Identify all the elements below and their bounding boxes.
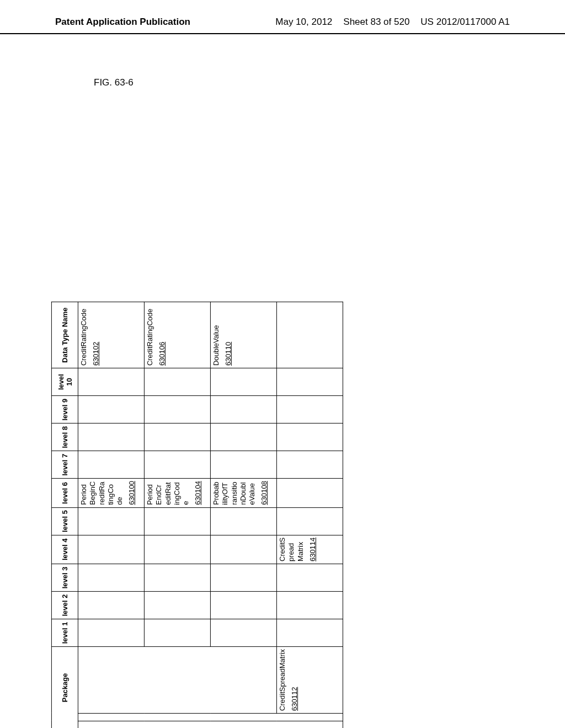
cell [276,564,343,591]
cell [78,591,144,619]
pkg-stub [78,713,343,721]
pkg-group [78,646,276,713]
col-level8: level 8 [51,424,78,451]
cell-ref: 630114 [308,538,317,561]
cell [78,424,144,451]
cell-text: PeriodBeginCreditRatingCode [79,481,124,505]
rotated-table: Package level 1 level 2 level 3 level 4 … [51,302,343,728]
cell-text: CreditRatingCode [146,309,154,366]
col-level3: level 3 [51,564,78,591]
cell [276,424,343,451]
cell [210,451,276,479]
header-date: May 10, 2012 [275,17,332,28]
cell [276,368,343,396]
cell-ref: 630108 [260,481,268,505]
cell [144,564,210,591]
cell-text: ProbabilityOfTransitionDoubleValue [212,482,256,505]
cell-ref: 630104 [194,481,202,505]
cell-text: PeriodEndCreditRatingCode [146,482,190,505]
cell-ref: 630106 [158,304,166,366]
cell-level4: CreditSpreadMatrix 630114 [276,535,343,564]
cell [78,535,144,564]
cell-level6: ProbabilityOfTransitionDoubleValue 63010… [210,479,276,507]
cell [210,591,276,619]
data-table: Package level 1 level 2 level 3 level 4 … [51,302,343,728]
header-pubno: US 2012/0117000 A1 [420,17,510,28]
cell [276,479,343,507]
cell [78,619,144,646]
cell [144,535,210,564]
cell-text: CreditRatingCode [79,309,88,366]
cell-text: DoubleValue [212,325,220,366]
col-level7: level 7 [51,451,78,479]
cell [144,507,210,535]
col-level2: level 2 [51,591,78,619]
cell-package: CreditSpreadMatrix 630112 [276,646,343,713]
cell-ref: 630112 [290,649,299,711]
table-header-row: Package level 1 level 2 level 3 level 4 … [51,302,78,728]
page-header: Patent Application Publication May 10, 2… [0,17,565,34]
cell [276,591,343,619]
col-level6: level 6 [51,479,78,507]
col-package: Package [51,646,78,728]
cell [210,368,276,396]
cell-datatype: CreditRatingCode 630106 [144,302,210,368]
cell-datatype: CreditRatingCode 630102 [78,302,144,368]
table-row: CreditSpreadMatrix 630112 CreditSpreadMa… [276,302,343,728]
cell [78,451,144,479]
cell [276,619,343,646]
col-level1: level 1 [51,619,78,646]
cell [210,424,276,451]
cell [78,564,144,591]
cell-ref: 630100 [127,481,136,505]
col-level5: level 5 [51,507,78,535]
col-level4: level 4 [51,535,78,564]
cell [210,619,276,646]
cell [144,424,210,451]
cell [144,591,210,619]
col-level9: level 9 [51,396,78,424]
cell [210,507,276,535]
header-publication: Patent Application Publication [55,17,190,28]
cell-level6: PeriodBeginCreditRatingCode 630100 [78,479,144,507]
cell-ref: 630110 [224,304,232,366]
cell [78,507,144,535]
header-sheet: Sheet 83 of 520 [343,17,409,28]
cell [144,396,210,424]
cell [144,619,210,646]
cell [276,396,343,424]
cell-datatype [276,302,343,368]
cell [78,368,144,396]
header-right-group: May 10, 2012 Sheet 83 of 520 US 2012/011… [275,17,510,28]
cell [210,396,276,424]
cell-ref: 630102 [92,304,100,366]
pkg-stub [78,721,343,728]
figure-label: FIG. 63-6 [88,77,419,88]
cell-datatype: DoubleValue 630110 [210,302,276,368]
col-level10: level 10 [51,368,78,396]
col-datatype: Data Type Name [51,302,78,368]
cell [78,396,144,424]
cell [210,535,276,564]
table-row: PeriodBeginCreditRatingCode 630100 Credi… [78,302,144,728]
cell [276,507,343,535]
cell-text: CreditSpreadMatrix [278,538,305,561]
cell [276,451,343,479]
cell [144,451,210,479]
cell [210,564,276,591]
cell [144,368,210,396]
cell-text: CreditSpreadMatrix [278,649,286,711]
figure-content: FIG. 63-6 Package level 1 level 2 level … [88,77,419,629]
cell-level6: PeriodEndCreditRatingCode 630104 [144,479,210,507]
